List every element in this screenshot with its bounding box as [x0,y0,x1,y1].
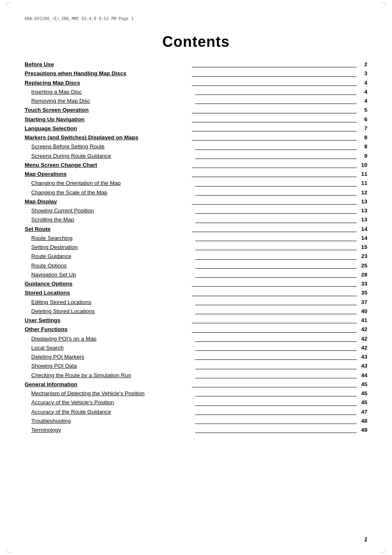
toc-item[interactable]: Language Selection7 [25,124,367,133]
toc-item[interactable]: Changing the Scale of the Map12 [25,189,367,197]
toc-item[interactable]: Stored Locations35 [25,289,367,297]
toc-item[interactable]: Mechanism of Detecting the Vehicle's Pos… [25,389,367,398]
toc-item[interactable]: Before Use2 [25,60,367,69]
toc-dots [195,150,357,150]
toc-item[interactable]: Map Operations11 [25,170,367,178]
toc-item[interactable]: Accuracy of the Route Guidance47 [25,408,367,416]
toc-item[interactable]: Removing the Map Disc4 [25,97,367,105]
toc-item[interactable]: Screens Before Setting Route8 [25,143,367,151]
toc-dots [195,195,357,196]
toc-label: Guidance Options [25,280,191,288]
toc-item[interactable]: Scrolling the Map13 [25,216,367,224]
toc-label: Set Route [25,225,191,233]
toc-label: Before Use [25,60,191,69]
toc-page: 2 [357,60,367,69]
toc-item[interactable]: Deleting Stored Locations40 [25,307,367,315]
toc-item[interactable]: Inserting a Map Disc4 [25,88,367,96]
toc-dots [192,122,357,122]
toc-label: Language Selection [25,124,191,133]
toc-label: User Settings [25,316,191,325]
toc-item[interactable]: Checking the Route by a Simulation Run44 [25,371,367,380]
toc-dots [192,76,357,77]
toc-label: Mechanism of Detecting the Vehicle's Pos… [25,389,194,398]
toc-item[interactable]: Guidance Options33 [25,280,367,288]
toc-dots [195,104,357,104]
toc-label: Inserting a Map Disc [25,88,194,96]
toc-label: General Information [25,380,191,389]
toc-page: 48 [357,417,367,425]
toc-page: 14 [357,225,367,233]
toc-item[interactable]: Terminology49 [25,426,367,434]
toc-item[interactable]: General Information45 [25,380,367,389]
toc-label: Changing the Orientation of the Map [25,179,194,187]
toc-item[interactable]: Troubleshooting48 [25,417,367,425]
toc-page: 11 [357,179,367,187]
toc-item[interactable]: Route Options25 [25,262,367,270]
toc-item[interactable]: Setting Destination15 [25,243,367,251]
toc-item[interactable]: Map Display13 [25,198,367,206]
toc-page: 8 [357,143,367,151]
toc-label: Editing Stored Locations [25,298,194,306]
toc-page: 6 [357,115,367,124]
toc-item[interactable]: Editing Stored Locations37 [25,298,367,306]
toc-label: Navigation Set Up [25,271,194,279]
toc-dots [192,387,357,387]
toc-dots [192,204,357,205]
toc-label: Route Guidance [25,252,194,260]
toc-item[interactable]: Route Searching14 [25,234,367,242]
toc-dots [192,85,357,86]
toc-page: 9 [357,152,367,160]
toc-item[interactable]: User Settings41 [25,316,367,325]
toc-item[interactable]: Starting Up Navigation6 [25,115,367,124]
toc-dots [195,213,357,214]
toc-label: Starting Up Navigation [25,115,191,124]
toc-dots [195,378,357,378]
toc-dots [195,186,357,187]
toc-page: 28 [357,271,367,279]
toc-page: 45 [357,380,367,389]
toc-item[interactable]: Deleting POI Markers43 [25,353,367,361]
toc-dots [195,241,357,241]
toc-label: Other Functions [25,325,191,334]
toc-page: 45 [357,389,367,398]
toc-item[interactable]: Navigation Set Up28 [25,271,367,279]
toc-page: 45 [357,398,367,407]
toc-item[interactable]: Set Route14 [25,225,367,233]
toc-dots [192,168,357,168]
toc-item[interactable]: Local Search42 [25,344,367,352]
toc-page: 5 [357,106,367,114]
toc-item[interactable]: Menu Screen Change Chart10 [25,161,367,169]
toc-dots [192,323,357,323]
toc-item[interactable]: Touch Screen Operation5 [25,106,367,114]
toc-page: 4 [357,97,367,105]
toc-page: 47 [357,408,367,416]
toc-item[interactable]: Displaying POI's on a Map42 [25,335,367,343]
toc-label: Accuracy of the Route Guidance [25,408,194,416]
toc-page: 25 [357,262,367,270]
toc-label: Markers (and Switches) Displayed on Maps [25,134,191,142]
toc-item[interactable]: Route Guidance23 [25,252,367,260]
toc-dots [195,159,357,159]
toc-page: 43 [357,362,367,370]
toc-item[interactable]: Screens During Route Guidance9 [25,152,367,160]
toc-label: Showing Current Position [25,207,194,215]
toc-label: Route Searching [25,234,194,242]
toc-label: Menu Screen Change Chart [25,161,191,169]
toc-item[interactable]: Showing Current Position13 [25,207,367,215]
toc-item[interactable]: Precautions when Handling Map Discs3 [25,69,367,78]
toc-item[interactable]: Other Functions42 [25,325,367,334]
toc-item[interactable]: Showing POI Data43 [25,362,367,370]
toc-dots [195,223,357,223]
toc-item[interactable]: Accuracy of the Vehicle's Position45 [25,398,367,407]
toc-page: 12 [357,189,367,197]
toc-page: 41 [357,316,367,325]
toc-label: Deleting Stored Locations [25,307,194,315]
toc-item[interactable]: Replacing Map Discs4 [25,79,367,87]
toc-page: 10 [357,161,367,169]
toc-page: 3 [357,69,367,78]
toc-page: 42 [357,325,367,334]
toc-page: 4 [357,79,367,87]
toc-page: 13 [357,198,367,206]
toc-item[interactable]: Changing the Orientation of the Map11 [25,179,367,187]
toc-item[interactable]: Markers (and Switches) Displayed on Maps… [25,134,367,142]
